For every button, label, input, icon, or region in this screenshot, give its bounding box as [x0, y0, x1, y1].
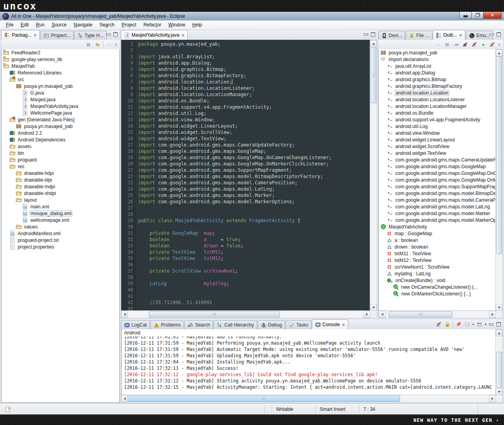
tree-item[interactable]: layout [2, 197, 119, 203]
tree-item[interactable]: android.widget.LinearLayout [379, 136, 496, 143]
tree-item[interactable]: com.google.android.gms.maps.CameraUpdate… [379, 156, 496, 163]
tree-item[interactable]: java.util.ArrayList [379, 63, 496, 69]
window-restore-button[interactable] [471, 12, 484, 19]
menu-window[interactable]: Window [165, 21, 189, 28]
close-icon[interactable]: ✕ [459, 33, 462, 37]
hide-fields-icon[interactable]: ◉ [462, 41, 469, 48]
scroll-down-button[interactable] [370, 304, 377, 311]
tree-item[interactable]: android.widget.ScrollView [379, 143, 496, 150]
close-icon[interactable]: ✕ [182, 33, 185, 37]
tree-item[interactable]: com.google.android.gms.maps.model.Marker… [379, 217, 496, 223]
tree-item[interactable]: com.google.android.gms.maps.GoogleMap.On… [379, 176, 496, 183]
tree-item[interactable]: txtM12 : TextView [379, 257, 496, 264]
view-menu-chevron-icon[interactable]: ▽ [115, 43, 117, 46]
tree-item[interactable]: scrViewNum1 : ScrollView [379, 264, 496, 270]
sort-icon[interactable]: ↓az [453, 41, 460, 48]
view-tab-devi-[interactable]: Devi... [378, 31, 405, 40]
tree-item[interactable]: proguard-project.txt [2, 237, 119, 243]
tree-item[interactable]: Android Dependencies [2, 136, 119, 143]
collapse-all-icon[interactable]: ⊟ [444, 41, 450, 48]
menu-refactor[interactable]: Refactor [140, 21, 165, 28]
scroll-down-button[interactable] [496, 304, 502, 311]
tree-item[interactable]: android.util.Log [379, 123, 496, 130]
window-close-button[interactable]: ✕ [483, 12, 502, 19]
tree-item[interactable]: android.os.Bundle [379, 109, 496, 116]
display-console-chevron-icon[interactable]: ▾ [472, 323, 474, 326]
scroll-right-button[interactable] [489, 395, 496, 402]
tree-item[interactable]: Android 2.2 [2, 130, 119, 136]
close-icon[interactable]: ✕ [342, 323, 345, 327]
scroll-left-button[interactable] [379, 311, 385, 318]
console-tab-console[interactable]: Console✕ [312, 319, 348, 329]
close-icon[interactable]: ✕ [33, 33, 37, 37]
window-minimize-button[interactable] [459, 12, 472, 19]
tree-item[interactable]: JG.java [2, 89, 119, 96]
tree-item[interactable]: drawable-ldpi [2, 176, 119, 183]
tree-item[interactable]: android.location.Location [379, 89, 496, 96]
maximize-view-icon[interactable] [496, 322, 501, 327]
console-tab-logcat[interactable]: LogCat [121, 320, 150, 329]
tree-item[interactable]: awellcomepage.xml [2, 217, 119, 223]
editor-horizontal-scrollbar[interactable] [121, 310, 371, 318]
view-tab-packag-[interactable]: Packag...✕ [1, 30, 40, 40]
focus-icon[interactable]: ◦◦ [435, 41, 441, 48]
tree-item[interactable]: Cnew OnMarkerClickListener() {...} [379, 290, 496, 297]
tree-item[interactable]: proguard [2, 156, 119, 163]
tree-item[interactable]: txtM11 : TextView [379, 250, 496, 257]
code-text[interactable]: package pouya.yn.masajed_yab; import jav… [136, 40, 371, 311]
tree-item[interactable]: drawable-hdpi [2, 170, 119, 176]
scroll-up-button[interactable] [496, 50, 502, 56]
scroll-left-button[interactable] [121, 311, 128, 318]
tree-item[interactable]: amosque_dialog.xml [2, 210, 119, 217]
view-tab-type-h-[interactable]: Type H... [74, 31, 107, 40]
maximize-editor-icon[interactable] [370, 32, 376, 37]
tree-item[interactable]: com.google.android.gms.maps.model.Bitmap… [379, 190, 496, 197]
tree-item[interactable]: onCreate(Bundle) : void [379, 277, 496, 284]
minimize-view-icon[interactable] [488, 322, 494, 327]
outline-vertical-scrollbar[interactable] [495, 49, 503, 311]
tree-item[interactable]: res [2, 163, 119, 170]
outline-vscroll-thumb[interactable] [496, 56, 502, 254]
tree-item[interactable]: android.location.LocationListener [379, 96, 496, 103]
tree-item[interactable]: com.google.android.gms.maps.model.LatLng [379, 203, 496, 210]
hide-non-public-icon[interactable]: ● [480, 41, 487, 48]
minimize-view-icon[interactable] [106, 32, 111, 37]
console-tab-debug[interactable]: Debug [258, 320, 285, 329]
tree-item[interactable]: amain.xml [2, 203, 119, 210]
console-vscroll-thumb[interactable] [496, 352, 502, 388]
tree-item[interactable]: pouya.yn.masajed_yab [2, 83, 119, 89]
tree-item[interactable]: import declarations [379, 56, 496, 63]
tree-item[interactable]: JWellcomePage.java [2, 109, 119, 116]
minimize-view-icon[interactable] [489, 32, 494, 37]
tree-item[interactable]: Cnew OnCameraChangeListener() {... [379, 284, 496, 290]
tree-item[interactable]: JMasjed.java [2, 96, 119, 103]
menu-run[interactable]: Run [32, 21, 48, 28]
menu-navigate[interactable]: Navigate [70, 21, 96, 28]
tree-item[interactable]: drawable-mdpi [2, 183, 119, 190]
view-tab-file-[interactable]: File ... [406, 31, 432, 40]
tree-item[interactable]: aAndroidManifest.xml [2, 230, 119, 237]
console-tab-call-hierarchy[interactable]: Call Hierarchy [213, 320, 257, 329]
menu-project[interactable]: Project [118, 21, 140, 28]
outline-horizontal-scrollbar[interactable] [378, 310, 496, 318]
editor-vertical-scrollbar[interactable] [370, 40, 377, 311]
tree-item[interactable]: FeedReader2 [2, 49, 119, 56]
maximize-view-icon[interactable] [113, 32, 118, 37]
tree-item[interactable]: values [2, 223, 119, 230]
view-tab-outli-[interactable]: Outli...✕ [433, 30, 465, 40]
tree-item[interactable]: JMasjedYabActivity.java [2, 103, 119, 109]
scroll-up-button[interactable] [496, 330, 502, 336]
maximize-view-icon[interactable] [496, 32, 501, 37]
fast-view-icon[interactable] [5, 406, 11, 414]
hide-static-icon[interactable]: S [471, 41, 478, 48]
tree-item[interactable]: MasjedYab [2, 63, 119, 69]
outline-tree[interactable]: pouya.yn.masajed_yabimport declarationsj… [378, 49, 496, 311]
console-horizontal-scrollbar[interactable] [121, 395, 496, 403]
editor-hscroll-thumb[interactable] [149, 311, 280, 317]
console-output[interactable]: [2016-12-11 17:01:03 - MasjedYab] adb is… [121, 336, 496, 395]
tree-item[interactable]: CMasjedYabActivity [379, 223, 496, 230]
console-tab-problems[interactable]: Problems [150, 320, 184, 329]
tree-item[interactable]: com.google.android.gms.maps.GoogleMap.On… [379, 170, 496, 176]
tree-item[interactable]: android.graphics.Bitmap [379, 76, 496, 83]
tree-item[interactable]: map : GoogleMap [379, 230, 496, 237]
